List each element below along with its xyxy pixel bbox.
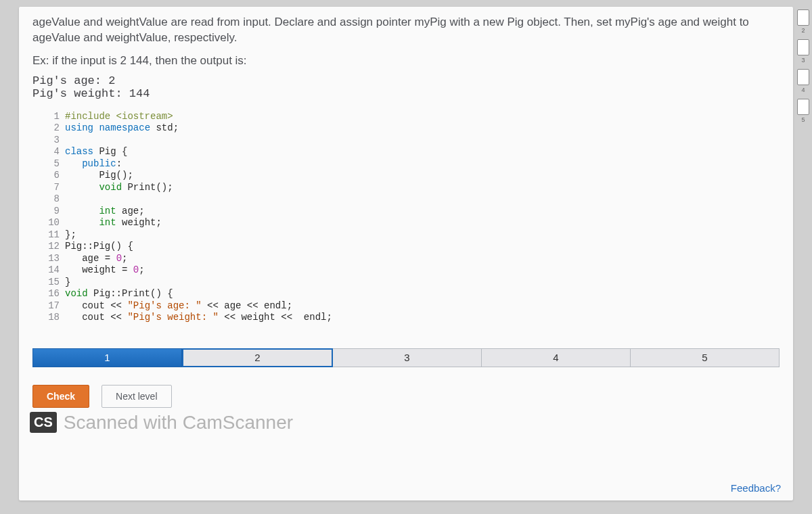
page-thumb[interactable] xyxy=(797,99,809,115)
line-number: 5 xyxy=(46,158,65,170)
line-number: 13 xyxy=(46,253,65,265)
next-level-button[interactable]: Next level xyxy=(102,385,171,408)
step-bar: 12345 xyxy=(32,348,780,367)
code-content: class Pig { xyxy=(65,146,127,158)
code-content: Pig(); xyxy=(65,170,133,182)
code-line: 18 cout << "Pig's weight: " << weight <<… xyxy=(46,312,780,324)
code-content: #include <iostream> xyxy=(65,111,173,123)
step-5[interactable]: 5 xyxy=(631,348,780,367)
watermark: CS Scanned with CamScanner xyxy=(30,412,780,434)
line-number: 16 xyxy=(46,288,65,300)
line-number: 14 xyxy=(46,264,65,277)
code-line: 13 age = 0; xyxy=(46,253,780,265)
code-line: 5 public: xyxy=(46,158,780,170)
code-line: 7 void Print(); xyxy=(46,182,780,194)
code-line: 10 int weight; xyxy=(46,217,780,229)
code-line: 4class Pig { xyxy=(46,146,780,158)
line-number: 10 xyxy=(46,217,65,229)
code-line: 6 Pig(); xyxy=(46,170,780,182)
code-line: 16void Pig::Print() { xyxy=(46,288,780,300)
code-line: 11}; xyxy=(46,229,780,241)
button-row: Check Next level xyxy=(32,385,780,408)
line-number: 9 xyxy=(46,206,65,218)
code-content: using namespace std; xyxy=(65,122,179,135)
watermark-text: Scanned with CamScanner xyxy=(64,412,293,434)
line-number: 8 xyxy=(46,193,65,206)
step-4[interactable]: 4 xyxy=(482,348,631,367)
code-content: }; xyxy=(65,229,76,241)
code-content: int age; xyxy=(65,206,145,218)
line-number: 4 xyxy=(46,146,65,158)
step-2[interactable]: 2 xyxy=(182,348,333,367)
code-line: 2using namespace std; xyxy=(46,122,780,135)
code-line: 14 weight = 0; xyxy=(46,264,780,277)
code-line: 9 int age; xyxy=(46,206,780,218)
step-1[interactable]: 1 xyxy=(32,348,182,367)
code-content: cout << "Pig's age: " << age << endl; xyxy=(65,300,292,312)
code-line: 15} xyxy=(46,277,780,289)
prompt-text: ageValue and weightValue are read from i… xyxy=(32,15,780,46)
code-content: weight = 0; xyxy=(65,264,145,277)
page-thumb[interactable] xyxy=(797,39,809,55)
page-thumb-number: 2 xyxy=(801,27,805,34)
code-content: cout << "Pig's weight: " << weight << en… xyxy=(65,312,332,324)
code-content: void Pig::Print() { xyxy=(65,288,173,300)
line-number: 17 xyxy=(46,300,65,312)
code-line: 8 xyxy=(46,193,780,206)
page-thumbnails: 2345 xyxy=(797,9,809,126)
line-number: 7 xyxy=(46,182,65,194)
line-number: 3 xyxy=(46,135,65,147)
page-thumb-number: 3 xyxy=(801,57,805,64)
line-number: 6 xyxy=(46,170,65,182)
code-content: } xyxy=(65,277,70,289)
example-label: Ex: if the input is 2 144, then the outp… xyxy=(32,54,780,68)
page-thumb[interactable] xyxy=(797,69,809,85)
check-button[interactable]: Check xyxy=(32,385,89,408)
line-number: 2 xyxy=(46,122,65,135)
feedback-link[interactable]: Feedback? xyxy=(731,482,781,494)
line-number: 18 xyxy=(46,312,65,324)
exercise-card: ageValue and weightValue are read from i… xyxy=(19,7,793,500)
step-3[interactable]: 3 xyxy=(333,348,482,367)
page-thumb-number: 5 xyxy=(801,116,805,123)
code-content: int weight; xyxy=(65,217,162,229)
code-line: 12Pig::Pig() { xyxy=(46,241,780,253)
code-editor[interactable]: 1#include <iostream>2using namespace std… xyxy=(46,111,780,324)
line-number: 1 xyxy=(46,111,65,123)
line-number: 15 xyxy=(46,277,65,289)
camscanner-badge: CS xyxy=(30,412,57,433)
code-line: 17 cout << "Pig's age: " << age << endl; xyxy=(46,300,780,312)
code-content: public: xyxy=(65,158,122,170)
code-content: void Print(); xyxy=(65,182,173,194)
code-content: Pig::Pig() { xyxy=(65,241,133,253)
page-thumb[interactable] xyxy=(797,9,809,26)
line-number: 12 xyxy=(46,241,65,253)
code-line: 1#include <iostream> xyxy=(46,111,780,123)
line-number: 11 xyxy=(46,229,65,241)
sample-output: Pig's age: 2 Pig's weight: 144 xyxy=(32,74,780,100)
code-line: 3 xyxy=(46,135,780,147)
page-thumb-number: 4 xyxy=(801,87,805,93)
code-content: age = 0; xyxy=(65,253,127,265)
